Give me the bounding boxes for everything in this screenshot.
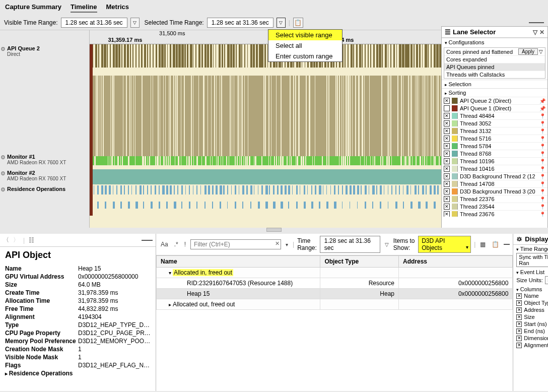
- lane-monitor-2[interactable]: ⚙ Monitor #2 AMD Radeon RX 7600 XT: [0, 169, 89, 185]
- pin-icon[interactable]: 📌: [539, 106, 545, 111]
- tab-timeline[interactable]: Timeline: [71, 3, 97, 13]
- config-row[interactable]: API Queues pinned: [444, 63, 545, 71]
- lane-item[interactable]: ✕ Thread 5716 📍: [442, 135, 547, 142]
- pin-icon[interactable]: 📍: [539, 174, 545, 179]
- col-address[interactable]: Address: [398, 256, 512, 268]
- gear-icon[interactable]: ⚙: [1, 186, 6, 193]
- pin-icon[interactable]: 📍: [539, 189, 545, 194]
- size-units-select[interactable]: Bytes (B): [545, 276, 548, 284]
- pin-icon[interactable]: 📍: [539, 166, 545, 172]
- horizontal-splitter[interactable]: [0, 228, 548, 234]
- menu-enter-custom[interactable]: Enter custom range: [268, 51, 342, 61]
- section-sorting[interactable]: Sorting: [442, 88, 547, 97]
- visible-range-dropdown[interactable]: ▽: [130, 18, 140, 28]
- checkbox[interactable]: ✕: [516, 329, 522, 334]
- clear-filter-button[interactable]: ✕: [275, 240, 280, 247]
- checkbox[interactable]: ✕: [444, 196, 450, 202]
- lane-item[interactable]: API Queue 1 (Direct) 📌: [442, 104, 547, 112]
- checkbox[interactable]: ✕: [444, 113, 450, 119]
- sync-range-select[interactable]: Sync with Timeline's Selected Ran: [516, 253, 548, 267]
- checkbox[interactable]: ✕: [516, 321, 522, 327]
- pin-icon[interactable]: 📍: [539, 204, 545, 210]
- section-configurations[interactable]: Configurations: [442, 38, 547, 46]
- pin-icon[interactable]: 📍: [539, 181, 545, 187]
- exclamation-icon[interactable]: !: [183, 241, 187, 248]
- lane-item[interactable]: ✕ Thread 8768 📍: [442, 150, 547, 157]
- pin-icon[interactable]: 📍: [539, 159, 545, 164]
- menu-select-all[interactable]: Select all: [268, 40, 342, 51]
- pin-icon[interactable]: 📍: [539, 144, 545, 149]
- pin-icon[interactable]: 📍: [539, 136, 545, 142]
- nav-forward-button[interactable]: 〉: [13, 236, 19, 244]
- lane-item[interactable]: ✕ Thread 5784 📍: [442, 142, 547, 150]
- lane-item[interactable]: ✕ Thread 3132 📍: [442, 127, 547, 135]
- selected-range-dropdown[interactable]: ▽: [277, 18, 286, 28]
- checkbox[interactable]: ✕: [444, 173, 450, 179]
- pin-icon[interactable]: 📌: [539, 98, 545, 104]
- section-columns[interactable]: Columns: [513, 285, 548, 292]
- lane-item[interactable]: ✕ API Queue 2 (Direct) 📌: [442, 97, 547, 104]
- copy-range-button[interactable]: 📋: [293, 18, 303, 28]
- gear-icon[interactable]: ⚙: [1, 46, 6, 52]
- column-checkbox[interactable]: ✕Size: [516, 313, 548, 320]
- checkbox[interactable]: [444, 105, 450, 111]
- section-event-list[interactable]: Event List: [513, 268, 548, 275]
- lane-item[interactable]: ✕ Thread 10416 📍: [442, 165, 547, 172]
- object-table[interactable]: Name Object Type Address ▾Allocated in, …: [156, 255, 513, 310]
- checkbox[interactable]: ✕: [444, 128, 450, 134]
- lane-monitor-1[interactable]: ⚙ Monitor #1 AMD Radeon RX 7600 XT: [0, 153, 89, 169]
- tab-capture-summary[interactable]: Capture Summary: [5, 3, 61, 13]
- lane-item[interactable]: ✕ Thread 14708 📍: [442, 180, 547, 187]
- nav-back-button[interactable]: 〈: [3, 236, 9, 244]
- table-row[interactable]: ▸Allocated out, freed out: [157, 299, 513, 310]
- pin-icon[interactable]: 📍: [539, 128, 545, 134]
- menu-select-visible[interactable]: Select visible range: [268, 30, 342, 40]
- visible-range-value[interactable]: 1.28 sec at 31.36 sec: [61, 18, 127, 28]
- checkbox[interactable]: ✕: [516, 307, 522, 313]
- column-checkbox[interactable]: ✕Name: [516, 292, 548, 299]
- checkbox[interactable]: ✕: [444, 211, 450, 217]
- config-row[interactable]: Threads with Callstacks: [444, 71, 545, 78]
- lane-residence-ops[interactable]: ⚙ Residence Operations: [0, 185, 89, 198]
- column-checkbox[interactable]: ✕Object Type: [516, 299, 548, 306]
- filter-input[interactable]: [190, 239, 281, 249]
- chevron-down-icon[interactable]: ▾: [284, 242, 290, 247]
- collapse-mid-button[interactable]: [504, 244, 510, 245]
- col-type[interactable]: Object Type: [320, 256, 399, 268]
- column-checkbox[interactable]: ✕Dimension: [516, 335, 548, 342]
- pin-icon[interactable]: 📍: [539, 151, 545, 157]
- checkbox[interactable]: ✕: [444, 166, 450, 172]
- checkbox[interactable]: ✕: [444, 204, 450, 210]
- tab-metrics[interactable]: Metrics: [106, 3, 129, 13]
- checkbox[interactable]: ✕: [444, 120, 450, 126]
- config-row[interactable]: Cores expanded: [444, 56, 545, 63]
- lane-api-queue-2[interactable]: ⚙ API Queue 2 Direct: [0, 44, 89, 77]
- mid-time-range-dropdown[interactable]: ▽: [383, 242, 390, 247]
- checkbox[interactable]: ✕: [444, 136, 450, 142]
- lane-item[interactable]: ✕ D3D Background Thread 2 (12 📍: [442, 172, 547, 180]
- expand-icon[interactable]: ▸: [167, 302, 173, 307]
- collapse-props-button[interactable]: [142, 240, 153, 241]
- lane-item[interactable]: ✕ Thread 3052 📍: [442, 119, 547, 127]
- checkbox[interactable]: ✕: [516, 343, 522, 348]
- section-selection[interactable]: Selection: [442, 80, 547, 88]
- prop-expander[interactable]: Residence Operations: [5, 370, 78, 377]
- config-row[interactable]: Cores pinned and flattenedApply▽: [444, 48, 545, 56]
- lane-item[interactable]: ✕ Thread 23544 📍: [442, 203, 547, 210]
- checkbox[interactable]: ✕: [444, 181, 450, 187]
- checkbox[interactable]: ✕: [516, 336, 522, 341]
- column-checkbox[interactable]: ✕Address: [516, 306, 548, 313]
- column-checkbox[interactable]: ✕End (ns): [516, 328, 548, 335]
- selected-range-value[interactable]: 1.28 sec at 31.36 sec: [207, 18, 273, 28]
- checkbox[interactable]: ✕: [516, 293, 522, 299]
- checkbox[interactable]: ✕: [516, 314, 522, 320]
- hierarchy-icon[interactable]: ☷: [29, 237, 34, 244]
- match-case-icon[interactable]: Aa: [159, 241, 170, 248]
- close-icon[interactable]: ✕: [539, 29, 544, 36]
- items-to-show-select[interactable]: D3D API Objects: [418, 236, 471, 253]
- apply-button[interactable]: Apply: [518, 48, 538, 55]
- mid-time-range-value[interactable]: 1.28 sec at 31.36 sec: [320, 236, 380, 253]
- checkbox[interactable]: ✕: [444, 151, 450, 157]
- lane-item[interactable]: ✕ Thread 22376 📍: [442, 195, 547, 203]
- lane-item[interactable]: ✕ Thread 48484 📍: [442, 112, 547, 119]
